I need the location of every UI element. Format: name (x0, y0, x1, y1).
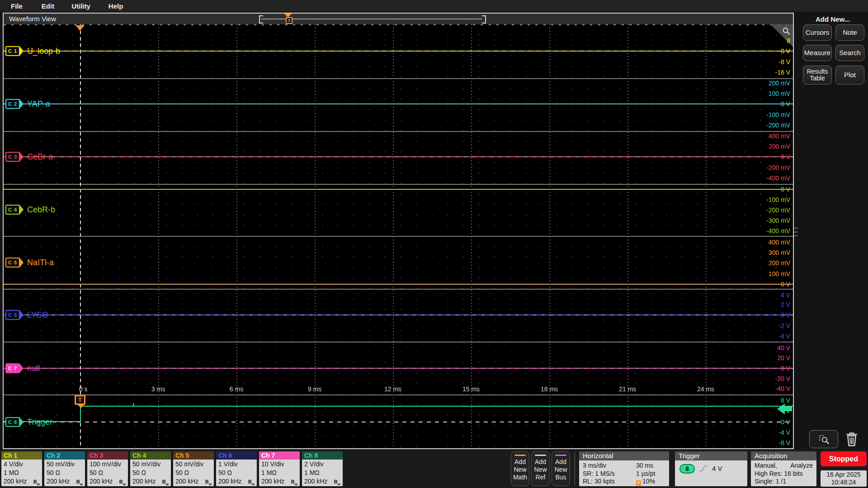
horizontal-panel-title: Horizontal (579, 451, 669, 460)
channel-handle-c3[interactable]: C 3 (5, 152, 20, 162)
volts-per-div: 50 mV/div (132, 460, 160, 469)
volts-per-div: 100 mV/div (90, 460, 121, 469)
channel-handle-c2[interactable]: C 2 (5, 99, 20, 109)
channel-settings-ch2[interactable]: Ch 2 50 mV/div 50 Ω 200 kHz Bw (44, 451, 85, 486)
gridline (549, 24, 550, 448)
horizontal-panel[interactable]: Horizontal 3 ms/div 30 ms SR: 1 MS/s 1 µ… (579, 451, 669, 486)
scale-label: 100 mV (769, 271, 790, 277)
bandwidth: 200 kHz (218, 477, 241, 486)
view-title: Waveform View (9, 15, 56, 23)
scale-label: -20 V (775, 375, 790, 382)
scale-label: 2 V (781, 301, 790, 308)
run-stop-button[interactable]: Stopped (821, 451, 867, 466)
channel-name-c1[interactable]: U_loop-b (27, 46, 60, 56)
menu-help[interactable]: Help (108, 2, 123, 10)
c4-zero-line (4, 189, 793, 190)
bandwidth-limit-icon: Bw (248, 477, 255, 486)
gridline (158, 24, 159, 448)
results-bar: Add New... Cursors Note Measure Search R… (797, 13, 868, 449)
trigger-position-line[interactable] (80, 24, 81, 448)
sample-resolution: 1 µs/pt (636, 470, 655, 477)
channel-settings-ch6[interactable]: Ch 6 1 V/div 50 Ω 200 kHz Bw (216, 451, 257, 486)
trigger-top-marker-icon[interactable] (75, 25, 85, 31)
position-bracket-right (482, 15, 486, 23)
channel-badge-label: C 2 (8, 101, 17, 107)
sample-rate: SR: 1 MS/s (583, 470, 615, 477)
scale-label: 0 V (781, 419, 790, 426)
menu-utility[interactable]: Utility (71, 2, 90, 10)
scale-label: 40 V (777, 345, 790, 352)
scale-label: 300 mV (769, 249, 790, 256)
menu-edit[interactable]: Edit (42, 2, 54, 10)
channel-settings-ch1[interactable]: Ch 1 4 V/div 1 MΩ 200 kHz Bw (1, 451, 42, 486)
scale-label: 200 mV (769, 143, 790, 150)
channel-handle-c4[interactable]: C 4 (5, 205, 20, 215)
channel-handle-c8[interactable]: C 8 (5, 417, 20, 427)
menu-bar: File Edit Utility Help (0, 0, 868, 12)
bandwidth-limit-icon: Bw (162, 477, 169, 486)
channel-name-c8[interactable]: Trigger (27, 417, 52, 427)
channel-settings-ch7[interactable]: Ch 7 10 V/div 1 MΩ 200 kHz Bw (259, 451, 300, 486)
add-new-math-button[interactable]: Add New Math (511, 451, 529, 486)
magnifier-icon (782, 27, 791, 36)
acquisition-analyze: Analyze (790, 462, 813, 469)
trigger-level: 4 V (712, 465, 722, 472)
trigger-t-badge[interactable]: T (75, 395, 85, 405)
add-new-ref-button[interactable]: Add New Ref (531, 451, 550, 486)
channel-name-c4[interactable]: CebR-b (27, 205, 55, 215)
bandwidth-limit-icon: Bw (33, 477, 40, 486)
acquisition-panel[interactable]: Acquisition Manual, Analyze High Res: 16… (751, 451, 816, 486)
note-button[interactable]: Note (835, 24, 864, 41)
channel-settings-ch4[interactable]: Ch 4 50 mV/div 50 Ω 200 kHz Bw (130, 451, 171, 486)
trigger-position-flag[interactable]: T (286, 17, 292, 24)
channel-settings-ch5[interactable]: Ch 5 50 mV/div 50 Ω 200 kHz Bw (173, 451, 214, 486)
plot-area[interactable]: C 1 U_loop-b 8 0 V -8 V -16 V C 2 YAP-a … (4, 24, 793, 448)
channel-name-c3[interactable]: CeBr-a (27, 152, 53, 162)
channel-badge-label: C 8 (8, 419, 17, 425)
channel-handle-c5[interactable]: C 5 (5, 258, 20, 267)
channel-handle-c7[interactable]: C 7 (5, 363, 20, 373)
waveform-slice-c5 (4, 236, 793, 289)
channel-card-header: Ch 7 (259, 451, 300, 460)
bandwidth-limit-icon: Bw (205, 477, 212, 486)
scale-label: -200 mV (766, 207, 790, 214)
waveform-view-header: Waveform View T (4, 14, 793, 24)
channel-name-c5[interactable]: NaITl-a (27, 258, 54, 267)
measure-button[interactable]: Measure (803, 45, 832, 61)
trigger-level-arrow-icon[interactable] (777, 404, 785, 414)
bandwidth: 200 kHz (175, 477, 198, 486)
c5-zero-line (4, 284, 793, 285)
bandwidth: 200 kHz (47, 477, 70, 486)
date: 16 Apr 2025 (826, 471, 861, 479)
cursors-button[interactable]: Cursors (803, 24, 832, 41)
channel-badge-label: C 5 (8, 260, 17, 265)
channel-name-c6[interactable]: LYSO (27, 310, 48, 320)
menu-file[interactable]: File (11, 2, 23, 10)
trigger-level-arrow-tail (784, 407, 792, 411)
add-new-bus-button[interactable]: Add New Bus (552, 451, 570, 486)
zoom-mode-button[interactable] (809, 430, 838, 448)
trash-icon (844, 430, 860, 447)
channel-settings-ch8[interactable]: Ch 8 2 V/div 1 MΩ 200 kHz Bw (302, 451, 343, 486)
delete-button[interactable] (842, 429, 862, 448)
c8-zero-line (4, 422, 793, 422)
results-table-button[interactable]: Results Table (803, 66, 832, 84)
time-label: 9 ms (308, 385, 321, 393)
impedance: 50 Ω (90, 469, 103, 477)
horizontal-position-bar[interactable] (261, 19, 482, 19)
channel-name-c7[interactable]: null (27, 363, 40, 373)
scale-label: 0 V (781, 186, 790, 193)
channel-handle-c6[interactable]: C 6 (5, 310, 20, 320)
channel-badge-point-icon (19, 310, 24, 320)
trigger-panel[interactable]: Trigger 8 4 V (675, 451, 747, 486)
bandwidth: 200 kHz (261, 477, 284, 486)
impedance: 1 MΩ (304, 469, 320, 477)
scale-label: -8 V (778, 440, 790, 446)
channel-handle-c1[interactable]: C 1 (5, 46, 20, 56)
search-button[interactable]: Search (835, 45, 864, 61)
volts-per-div: 2 V/div (304, 460, 324, 469)
channel-name-c2[interactable]: YAP-a (27, 99, 50, 109)
scale-label: -300 mV (766, 217, 790, 224)
plot-button[interactable]: Plot (835, 66, 864, 84)
channel-settings-ch3[interactable]: Ch 3 100 mV/div 50 Ω 200 kHz Bw (87, 451, 128, 486)
